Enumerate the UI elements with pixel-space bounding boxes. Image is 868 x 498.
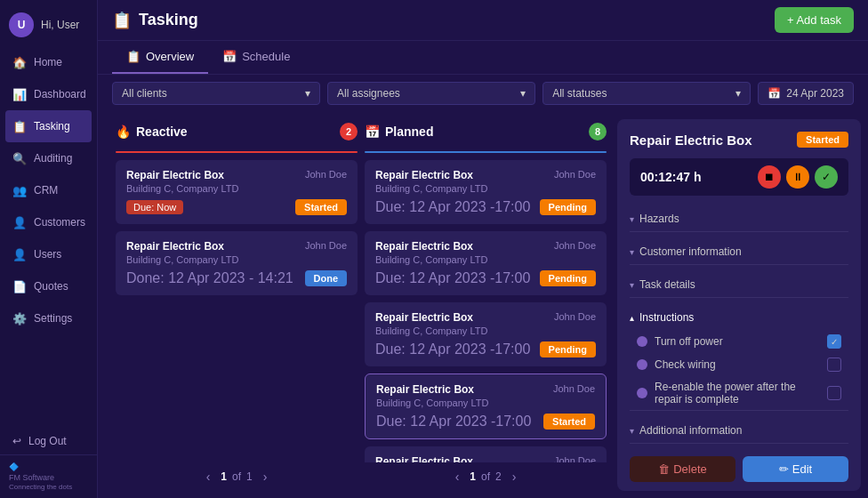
task-title: Repair Electric Box [375,311,473,324]
reactive-pagination: ‹ 1 of 1 › [116,462,358,491]
task-title: Repair Electric Box [126,169,224,181]
sidebar-item-settings[interactable]: ⚙️ Settings [0,302,97,334]
planned-next-page-button[interactable]: › [507,468,522,486]
tabs-bar: 📋 Overview 📅 Schedule [98,41,868,75]
planned-pagination: ‹ 1 of 2 › [365,462,607,491]
task-header: Repair Electric Box John Doe [375,455,596,462]
due-date-label: Due: 12 Apr 2023 -17:00 [375,341,530,357]
sidebar-item-users[interactable]: 👤 Users [0,238,97,270]
task-header: Repair Electric Box John Doe [375,311,596,324]
tasking-icon: 📋 [12,119,27,133]
total-pages: 1 [246,470,253,483]
additional-info-accordion-header[interactable]: ▾ Additional information [630,418,848,443]
reactive-task-1[interactable]: Repair Electric Box John Doe Building C,… [116,160,358,224]
logout-button[interactable]: ↩ Log Out [0,426,97,454]
hazards-accordion-header[interactable]: ▾ Hazards [630,206,848,231]
task-user: John Doe [554,455,596,462]
sidebar-item-label: Quotes [34,280,68,293]
date-filter[interactable]: 📅 24 Apr 2023 [758,82,854,105]
task-user: John Doe [554,240,596,251]
schedule-icon: 📅 [222,50,237,63]
instruction-text: Check wiring [655,358,820,371]
task-company: Building C, Company LTD [375,254,596,265]
edit-icon: ✏ [779,462,789,476]
brand-name: FM SoftwareConnecting the dots [9,473,88,491]
delete-button[interactable]: 🗑 Delete [630,456,735,482]
task-title: Repair Electric Box [375,455,473,462]
task-details-accordion: ▾ Task details [630,272,848,298]
customer-info-accordion-header[interactable]: ▾ Customer information [630,239,848,264]
task-company: Building C, Company LTD [376,398,595,408]
date-filter-label: 24 Apr 2023 [786,87,844,100]
planned-task-2[interactable]: Repair Electric Box John Doe Building C,… [365,231,607,295]
crm-icon: 👥 [12,183,27,197]
timer-stop-button[interactable]: ⏹ [758,165,781,189]
reactive-column-header: 🔥 Reactive 2 [116,119,358,144]
planned-task-1[interactable]: Repair Electric Box John Doe Building C,… [365,160,607,224]
reactive-column-title: 🔥 Reactive [116,124,188,139]
planned-task-5[interactable]: Repair Electric Box John Doe Building C,… [365,446,607,462]
planned-task-3[interactable]: Repair Electric Box John Doe Building C,… [365,302,607,366]
content-area: 🔥 Reactive 2 Repair Electric Box John Do… [98,112,868,498]
timer-pause-button[interactable]: ⏸ [786,165,809,189]
customer-info-chevron-icon: ▾ [630,247,634,257]
planned-prev-page-button[interactable]: ‹ [450,468,465,486]
task-status-badge: Done [305,270,348,286]
customers-icon: 👤 [12,215,27,229]
instructions-accordion-header[interactable]: ▴ Instructions [630,305,848,330]
hazards-accordion: ▾ Hazards [630,206,848,232]
fire-icon: 🔥 [116,124,131,139]
instruction-checkbox-3[interactable] [827,386,841,400]
task-details-accordion-header[interactable]: ▾ Task details [630,272,848,297]
statuses-chevron-icon: ▾ [735,87,741,100]
sidebar: U Hi, User 🏠 Home 📊 Dashboard 📋 Tasking … [0,0,98,498]
sidebar-item-auditing[interactable]: 🔍 Auditing [0,142,97,174]
sidebar-item-label: Settings [34,312,72,325]
add-task-button[interactable]: + Add task [775,7,854,33]
sidebar-item-dashboard[interactable]: 📊 Dashboard [0,78,97,110]
sidebar-item-home[interactable]: 🏠 Home [0,46,97,78]
task-title: Repair Electric Box [375,169,473,181]
due-date-label: Done: 12 Apr 2023 - 14:21 [126,270,293,286]
tab-schedule[interactable]: 📅 Schedule [208,41,304,74]
brand: 🔷 FM SoftwareConnecting the dots [0,454,97,498]
prev-page-button[interactable]: ‹ [201,468,216,486]
sidebar-item-label: CRM [34,184,58,197]
reactive-badge: 2 [340,123,358,141]
sidebar-item-label: Auditing [34,152,72,165]
task-company: Building C, Company LTD [126,254,347,265]
detail-header: Repair Electric Box Started [630,132,848,148]
detail-panel: Repair Electric Box Started 00:12:47 h ⏹… [617,119,861,491]
sidebar-username: Hi, User [41,19,79,31]
edit-button[interactable]: ✏ Edit [743,456,848,482]
tab-overview[interactable]: 📋 Overview [112,41,208,74]
planned-task-4[interactable]: Repair Electric Box John Doe Building C,… [365,374,607,439]
next-page-button[interactable]: › [258,468,273,486]
additional-info-chevron-icon: ▾ [630,426,634,436]
auditing-icon: 🔍 [12,151,27,165]
timer-play-button[interactable]: ✓ [815,165,838,189]
reactive-tasks-list: Repair Electric Box John Doe Building C,… [116,160,358,462]
hazards-chevron-icon: ▾ [630,214,634,224]
task-details-chevron-icon: ▾ [630,280,634,290]
instruction-checkbox-1[interactable]: ✓ [827,334,841,349]
instruction-bullet-icon [637,388,647,398]
clients-filter[interactable]: All clients ▾ [112,82,320,105]
reactive-task-2[interactable]: Repair Electric Box John Doe Building C,… [116,231,358,295]
sidebar-item-tasking[interactable]: 📋 Tasking [5,110,92,142]
statuses-filter[interactable]: All statuses ▾ [542,82,751,105]
planned-total-pages: 2 [495,470,502,483]
sidebar-item-customers[interactable]: 👤 Customers [0,206,97,238]
reactive-divider [116,151,358,153]
tab-schedule-label: Schedule [242,50,290,63]
timer-value: 00:12:47 h [640,170,752,184]
task-footer: Due: 12 Apr 2023 -17:00 Pending [375,199,596,215]
sidebar-item-quotes[interactable]: 📄 Quotes [0,270,97,302]
task-title: Repair Electric Box [375,240,473,253]
home-icon: 🏠 [12,55,27,69]
task-user: John Doe [554,169,596,180]
sidebar-item-crm[interactable]: 👥 CRM [0,174,97,206]
task-footer: Due: 12 Apr 2023 -17:00 Started [376,414,595,430]
instruction-checkbox-2[interactable] [827,357,841,372]
assignees-filter[interactable]: All assignees ▾ [327,82,535,105]
